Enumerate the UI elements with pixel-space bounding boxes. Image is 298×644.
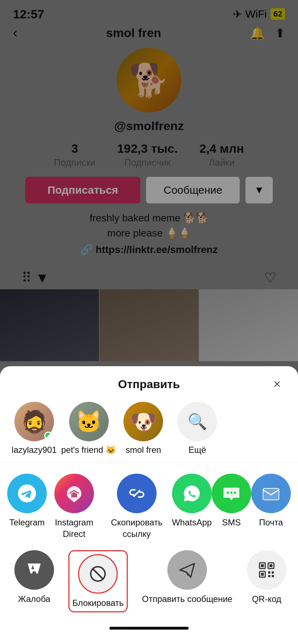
svg-rect-13 xyxy=(268,571,270,574)
contact-avatar-1: 🧔 xyxy=(14,402,54,441)
app-report[interactable]: Жалоба xyxy=(14,550,54,612)
app-sms[interactable]: SMS xyxy=(212,474,251,539)
svg-rect-4 xyxy=(263,488,279,500)
mail-label: Почта xyxy=(259,517,283,528)
svg-rect-16 xyxy=(272,575,274,577)
svg-rect-14 xyxy=(272,571,274,574)
bottom-sheet: Отправить × 🧔 lazylazy901 🐱 pet's friend… xyxy=(0,366,298,644)
svg-rect-10 xyxy=(270,564,272,567)
app-qr-code[interactable]: QR-код xyxy=(247,550,286,612)
contact-item-3[interactable]: 🐶 smol fren xyxy=(116,402,170,455)
report-label: Жалоба xyxy=(18,593,50,604)
app-instagram-direct[interactable]: Instagram Direct xyxy=(47,474,101,539)
svg-rect-12 xyxy=(261,573,264,576)
contact-avatar-2: 🐱 xyxy=(69,402,109,441)
send-message-icon xyxy=(167,550,207,590)
contact-name-1: lazylazy901 xyxy=(12,444,57,455)
contact-item-more[interactable]: 🔍 Ещё xyxy=(170,402,224,455)
sheet-header: Отправить × xyxy=(0,366,298,398)
sms-icon xyxy=(212,474,251,513)
apps-row-1: Telegram Instagram Direct Скопировать сс… xyxy=(0,470,298,546)
sms-label: SMS xyxy=(222,517,241,528)
sheet-title: Отправить xyxy=(118,378,180,391)
block-label: Блокировать xyxy=(72,597,124,608)
send-message-label: Отправить сообщение xyxy=(142,593,232,604)
copy-link-label: Скопировать ссылку xyxy=(101,517,172,539)
instagram-direct-label: Instagram Direct xyxy=(47,517,101,539)
svg-point-2 xyxy=(230,492,232,494)
sheet-divider-1 xyxy=(0,463,298,463)
sheet-close-button[interactable]: × xyxy=(269,376,285,392)
svg-rect-8 xyxy=(261,564,264,567)
telegram-label: Telegram xyxy=(9,517,45,528)
contact-name-more: Ещё xyxy=(189,444,206,455)
app-block[interactable]: Блокировать xyxy=(68,550,128,612)
contacts-row: 🧔 lazylazy901 🐱 pet's friend 🐱 🐶 smol fr… xyxy=(0,398,298,463)
block-icon xyxy=(78,554,118,594)
svg-line-6 xyxy=(93,569,103,579)
telegram-icon xyxy=(7,474,47,513)
mail-icon xyxy=(251,474,291,513)
app-mail[interactable]: Почта xyxy=(251,474,291,539)
contact-item-1[interactable]: 🧔 lazylazy901 xyxy=(7,402,61,455)
whatsapp-icon xyxy=(172,474,212,513)
home-indicator xyxy=(109,627,189,630)
qr-code-icon xyxy=(247,550,286,590)
contact-name-3: smol fren xyxy=(126,444,161,455)
contact-name-2: pet's friend 🐱 xyxy=(61,444,116,455)
online-indicator-1 xyxy=(44,432,52,440)
whatsapp-label: WhatsApp xyxy=(172,517,212,528)
contact-item-2[interactable]: 🐱 pet's friend 🐱 xyxy=(61,402,116,455)
svg-point-3 xyxy=(234,492,236,494)
copy-link-icon xyxy=(117,474,157,513)
qr-code-label: QR-код xyxy=(252,593,281,604)
app-telegram[interactable]: Telegram xyxy=(7,474,47,539)
app-copy-link[interactable]: Скопировать ссылку xyxy=(101,474,172,539)
app-send-message[interactable]: Отправить сообщение xyxy=(142,550,232,612)
search-circle: 🔍 xyxy=(177,402,217,441)
svg-rect-15 xyxy=(268,575,270,577)
instagram-direct-icon xyxy=(54,474,94,513)
apps-row-2: Жалоба Блокировать Отправить сообщение xyxy=(0,547,298,620)
app-whatsapp[interactable]: WhatsApp xyxy=(172,474,212,539)
contact-avatar-3: 🐶 xyxy=(123,402,163,441)
report-icon xyxy=(14,550,54,590)
svg-point-1 xyxy=(227,492,229,494)
